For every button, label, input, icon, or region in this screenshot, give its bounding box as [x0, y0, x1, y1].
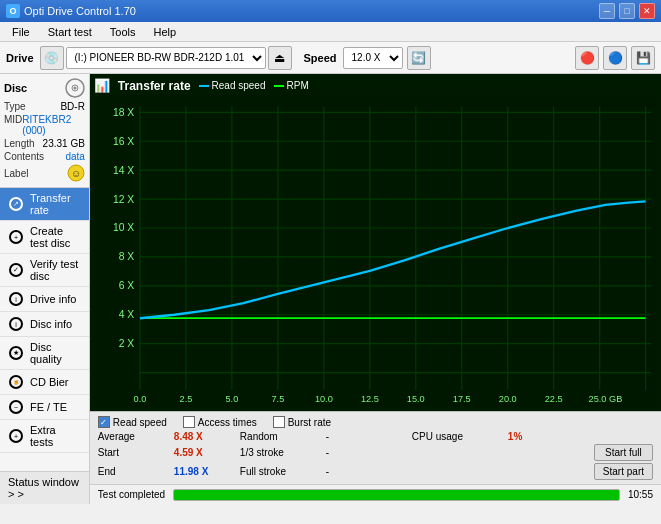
toolbar-btn-3[interactable]: 💾 [631, 46, 655, 70]
label-icon: ☺ [67, 164, 85, 182]
minimize-button[interactable]: ─ [599, 3, 615, 19]
mid-value: RITEKBR2 (000) [22, 114, 85, 136]
access-times-check-icon [183, 416, 195, 428]
start-full-button[interactable]: Start full [594, 444, 653, 461]
toolbar-btn-1[interactable]: 🔴 [575, 46, 599, 70]
disc-length-row: Length 23.31 GB [4, 137, 85, 150]
nav-verify-test-disc[interactable]: ✓ Verify test disc [0, 254, 89, 287]
svg-text:10.0: 10.0 [315, 393, 333, 403]
disc-type-row: Type BD-R [4, 100, 85, 113]
chart-svg-area: 18 X 16 X 14 X 12 X 10 X 8 X 6 X 4 X 2 X… [94, 95, 657, 407]
nav-extra-tests[interactable]: + Extra tests [0, 420, 89, 453]
sidebar: Disc Type BD-R MID RITEKBR2 (000) Length… [0, 74, 90, 504]
end-label: End [98, 466, 168, 477]
disc-icon [65, 78, 85, 98]
contents-label: Contents [4, 151, 44, 162]
burst-rate-checkbox[interactable]: Burst rate [273, 416, 331, 428]
svg-text:0.0: 0.0 [133, 393, 146, 403]
start-value: 4.59 X [174, 447, 234, 458]
refresh-button[interactable]: 🔄 [407, 46, 431, 70]
nav-disc-quality[interactable]: ★ Disc quality [0, 337, 89, 370]
menu-file[interactable]: File [4, 24, 38, 40]
create-test-disc-icon: + [8, 229, 24, 245]
full-stroke-value: - [326, 466, 406, 477]
content-area: 📊 Transfer rate Read speed RPM [90, 74, 661, 504]
svg-text:8 X: 8 X [119, 251, 135, 262]
read-speed-checkbox[interactable]: ✓ Read speed [98, 416, 167, 428]
svg-text:15.0: 15.0 [407, 393, 425, 403]
type-value: BD-R [60, 101, 84, 112]
svg-text:☺: ☺ [71, 168, 81, 179]
legend-read-speed: Read speed [199, 80, 266, 91]
checkboxes-row: ✓ Read speed Access times Burst rate [98, 416, 653, 428]
nav-fe-te[interactable]: ~ FE / TE [0, 395, 89, 420]
svg-text:6 X: 6 X [119, 280, 135, 291]
nav-drive-info[interactable]: i Drive info [0, 287, 89, 312]
toolbar-btn-2[interactable]: 🔵 [603, 46, 627, 70]
burst-rate-checkbox-label: Burst rate [288, 417, 331, 428]
svg-text:2.5: 2.5 [179, 393, 192, 403]
start-label: Start [98, 447, 168, 458]
access-times-checkbox[interactable]: Access times [183, 416, 257, 428]
stroke1-label: 1/3 stroke [240, 447, 320, 458]
speed-select[interactable]: 12.0 X [343, 47, 403, 69]
main-area: Disc Type BD-R MID RITEKBR2 (000) Length… [0, 74, 661, 504]
svg-text:12 X: 12 X [113, 194, 134, 205]
progress-fill [174, 490, 619, 500]
nav-disc-info[interactable]: i Disc info [0, 312, 89, 337]
svg-text:20.0: 20.0 [499, 393, 517, 403]
disc-info-icon: i [8, 316, 24, 332]
contents-value: data [65, 151, 84, 162]
legend-rpm-label: RPM [287, 80, 309, 91]
type-label: Type [4, 101, 26, 112]
nav-menu: ↗ Transfer rate + Create test disc ✓ Ver… [0, 188, 89, 471]
titlebar-controls: ─ □ ✕ [599, 3, 655, 19]
svg-text:7.5: 7.5 [271, 393, 284, 403]
svg-text:10 X: 10 X [113, 222, 134, 233]
nav-drive-info-label: Drive info [30, 293, 76, 305]
disc-contents-row: Contents data [4, 150, 85, 163]
end-value: 11.98 X [174, 466, 234, 477]
svg-text:17.5: 17.5 [453, 393, 471, 403]
nav-fe-te-label: FE / TE [30, 401, 67, 413]
menu-tools[interactable]: Tools [102, 24, 144, 40]
read-speed-check-icon: ✓ [98, 416, 110, 428]
close-button[interactable]: ✕ [639, 3, 655, 19]
chart-header: 📊 Transfer rate Read speed RPM [94, 78, 657, 93]
legend-rpm: RPM [274, 80, 309, 91]
svg-text:16 X: 16 X [113, 136, 134, 147]
cd-bier-icon: 🍺 [8, 374, 24, 390]
nav-cd-bier-label: CD Bier [30, 376, 69, 388]
read-speed-checkbox-label: Read speed [113, 417, 167, 428]
menu-help[interactable]: Help [145, 24, 184, 40]
eject-button[interactable]: ⏏ [268, 46, 292, 70]
cpu-value: 1% [508, 431, 588, 442]
disc-title: Disc [4, 82, 27, 94]
nav-transfer-rate[interactable]: ↗ Transfer rate [0, 188, 89, 221]
disc-section: Disc Type BD-R MID RITEKBR2 (000) Length… [0, 74, 89, 188]
drive-label: Drive [6, 52, 34, 64]
legend-read-icon [199, 85, 209, 87]
toolbar: Drive 💿 (I:) PIONEER BD-RW BDR-212D 1.01… [0, 42, 661, 74]
nav-create-test-disc[interactable]: + Create test disc [0, 221, 89, 254]
length-value: 23.31 GB [43, 138, 85, 149]
nav-cd-bier[interactable]: 🍺 CD Bier [0, 370, 89, 395]
full-stroke-label: Full stroke [240, 466, 320, 477]
nav-disc-info-label: Disc info [30, 318, 72, 330]
disc-quality-icon: ★ [8, 345, 24, 361]
disc-header: Disc [4, 78, 85, 98]
verify-test-disc-icon: ✓ [8, 262, 24, 278]
status-window-button[interactable]: Status window > > [0, 471, 89, 504]
progress-bar [173, 489, 620, 501]
legend-read-label: Read speed [212, 80, 266, 91]
stats-area: ✓ Read speed Access times Burst rate Ave… [90, 411, 661, 484]
maximize-button[interactable]: □ [619, 3, 635, 19]
extra-tests-icon: + [8, 428, 24, 444]
svg-text:12.5: 12.5 [361, 393, 379, 403]
svg-text:2 X: 2 X [119, 338, 135, 349]
average-value: 8.48 X [174, 431, 234, 442]
drive-select[interactable]: (I:) PIONEER BD-RW BDR-212D 1.01 [66, 47, 266, 69]
menu-start-test[interactable]: Start test [40, 24, 100, 40]
legend-rpm-icon [274, 85, 284, 87]
start-part-button[interactable]: Start part [594, 463, 653, 480]
